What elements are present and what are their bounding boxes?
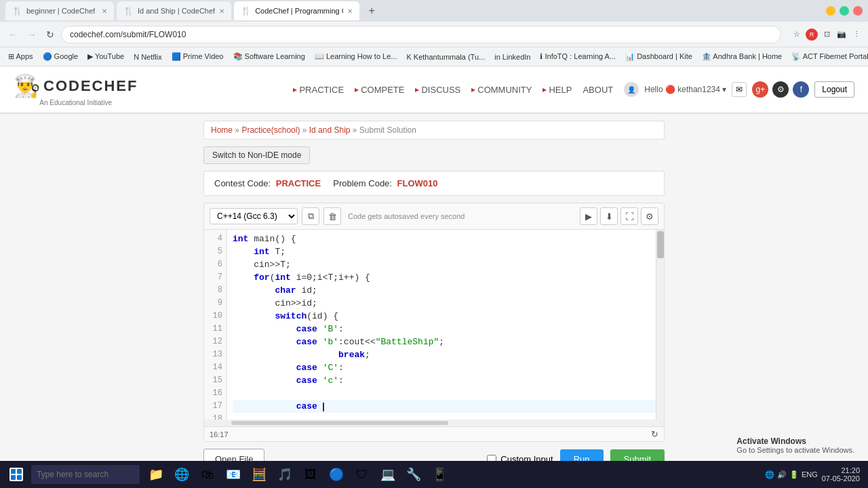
taskbar-file-explorer[interactable]: 📁 (144, 462, 168, 487)
taskbar-calc[interactable]: 🧮 (247, 462, 271, 487)
copy-icon[interactable]: ⧉ (302, 207, 319, 225)
settings-icon[interactable]: ⚙ (641, 207, 658, 225)
back-button[interactable]: ← (5, 26, 20, 43)
refresh-icon[interactable]: ↻ (651, 429, 658, 439)
language-select[interactable]: C++14 (Gcc 6.3) (210, 208, 298, 224)
taskbar-git[interactable]: 🔧 (401, 462, 426, 487)
bookmark-kethan[interactable]: K Kethantummala (Tu... (403, 52, 488, 62)
taskbar-search[interactable] (31, 465, 140, 484)
problem-code-link[interactable]: FLOW010 (397, 178, 438, 188)
bookmark-dashboard[interactable]: 📊 Dashboard | Kite (623, 51, 695, 62)
bookmark-andhra[interactable]: 🏦 Andhra Bank | Home (699, 51, 785, 62)
taskbar-mail[interactable]: 📧 (221, 462, 245, 487)
code-line-5: int T; (233, 245, 658, 258)
new-tab-button[interactable]: + (362, 1, 381, 20)
bookmark-netflix[interactable]: N Netflix (131, 52, 165, 62)
bookmarks-bar: ⊞ Apps 🔵 Google ▶ YouTube N Netflix 🟦 Pr… (0, 47, 868, 66)
tab-3[interactable]: 🍴 CodeChef | Programming Comp... ✕ (234, 1, 359, 20)
tab3-close-icon[interactable]: ✕ (347, 7, 353, 15)
bookmark-infotq[interactable]: ℹ InfoTQ : Learning A... (537, 51, 618, 62)
nav-about[interactable]: ABOUT (583, 85, 613, 95)
bookmark-linkedin[interactable]: in LinkedIn (492, 52, 533, 62)
clock[interactable]: 21:20 07-05-2020 (822, 466, 860, 483)
tab-1[interactable]: 🍴 beginner | CodeChef ✕ (5, 1, 114, 20)
compete-arrow-icon: ▶ (355, 87, 359, 93)
github-icon[interactable]: ⚙ (772, 81, 789, 98)
switch-mode-container: Switch to Non-IDE mode (203, 146, 665, 164)
tab2-close-icon[interactable]: ✕ (219, 7, 224, 15)
activate-windows-watermark: Activate Windows Go to Settings to activ… (736, 436, 854, 454)
start-button[interactable] (3, 461, 30, 488)
bookmark-learning[interactable]: 📖 Learning How to Le... (312, 51, 400, 62)
facebook-icon[interactable]: f (793, 81, 809, 98)
breadcrumb-home[interactable]: Home (211, 125, 233, 135)
address-input[interactable] (61, 26, 781, 43)
bookmark-software[interactable]: 📚 Software Learning (231, 51, 308, 62)
taskbar-store[interactable]: 🛍 (195, 462, 220, 487)
fullscreen-icon[interactable]: ⛶ (620, 207, 638, 225)
breadcrumb-practice[interactable]: Practice(school) (241, 125, 300, 135)
code-editor-container: C++14 (Gcc 6.3) ⧉ 🗑 Code gets autosaved … (203, 203, 665, 442)
extension-icon[interactable]: R (806, 28, 818, 41)
google-plus-icon[interactable]: g+ (752, 81, 768, 98)
bookmark-prime[interactable]: 🟦 Prime Video (169, 51, 226, 62)
switch-mode-button[interactable]: Switch to Non-IDE mode (203, 146, 310, 164)
taskbar-vscode[interactable]: 💻 (376, 462, 400, 487)
taskbar-android[interactable]: 📱 (427, 462, 452, 487)
close-button[interactable] (853, 6, 863, 16)
network-icon[interactable]: 🌐 (765, 470, 774, 479)
scroll-thumb[interactable] (657, 231, 664, 258)
nav-community[interactable]: ▶ COMMUNITY (471, 85, 532, 95)
system-tray-icons: 🌐 🔊 🔋 ENG (765, 470, 818, 479)
run-small-icon[interactable]: ▶ (580, 207, 597, 225)
taskbar-music[interactable]: 🎵 (273, 462, 297, 487)
volume-icon[interactable]: 🔊 (777, 470, 787, 479)
reload-button[interactable]: ↻ (43, 26, 57, 43)
taskbar-edge[interactable]: 🌐 (170, 462, 194, 487)
site-logo[interactable]: 👨‍🍳 CODECHEF An Educational Initiative (14, 73, 138, 106)
line-numbers: 4 5 6 7 8 9 10 11 12 13 14 15 16 (204, 230, 227, 420)
contest-code-link[interactable]: PRACTICE (276, 178, 321, 188)
nav-practice[interactable]: ▶ PRACTICE (293, 85, 344, 95)
nav-compete[interactable]: ▶ COMPETE (355, 85, 404, 95)
vertical-scrollbar[interactable] (656, 230, 664, 420)
tab3-label: CodeChef | Programming Comp... (255, 7, 343, 15)
title-bar: 🍴 beginner | CodeChef ✕ 🍴 Id and Ship | … (0, 0, 868, 22)
practice-arrow-icon: ▶ (293, 87, 297, 93)
code-line-7: for(int i=0;i<T;i++) { (233, 271, 658, 284)
bookmark-youtube[interactable]: ▶ YouTube (85, 51, 127, 62)
taskbar-system: 🌐 🔊 🔋 ENG 21:20 07-05-2020 (765, 466, 865, 483)
star-icon[interactable]: ☆ (791, 28, 803, 41)
notification-icon[interactable]: ✉ (732, 82, 747, 97)
tab-2[interactable]: 🍴 Id and Ship | CodeChef ✕ (117, 1, 231, 20)
nav-discuss[interactable]: ▶ DISCUSS (415, 85, 460, 95)
tab1-label: beginner | CodeChef (26, 7, 95, 15)
tab1-close-icon[interactable]: ✕ (102, 7, 107, 15)
h-scroll-thumb[interactable] (231, 421, 448, 425)
code-editor[interactable]: 4 5 6 7 8 9 10 11 12 13 14 15 16 (204, 230, 664, 420)
bookmark-google[interactable]: 🔵 Google (40, 51, 81, 62)
battery-icon[interactable]: 🔋 (789, 470, 799, 479)
breadcrumb-sep3: » (353, 125, 359, 135)
user-greeting[interactable]: Hello 🔴 kethan1234 ▾ (644, 85, 726, 94)
code-line-14: case 'C': (233, 361, 658, 374)
chrome-cast-icon[interactable]: ⊡ (821, 28, 833, 41)
forward-button[interactable]: → (24, 26, 39, 43)
delete-icon[interactable]: 🗑 (323, 207, 341, 225)
menu-icon[interactable]: ⋮ (850, 28, 863, 41)
bookmark-apps[interactable]: ⊞ Apps (5, 51, 36, 62)
download-icon[interactable]: ⬇ (600, 207, 618, 225)
taskbar-shield[interactable]: 🛡 (350, 462, 374, 487)
bookmark-act[interactable]: 📡 ACT Fibernet Portal... (789, 51, 868, 62)
breadcrumb-idship[interactable]: Id and Ship (309, 125, 351, 135)
horizontal-scroll[interactable] (204, 420, 664, 426)
nav-help[interactable]: ▶ HELP (542, 85, 572, 95)
minimize-button[interactable] (826, 6, 835, 16)
maximize-button[interactable] (840, 6, 849, 16)
tab1-favicon: 🍴 (12, 6, 22, 16)
screen-capture-icon[interactable]: 📷 (835, 28, 848, 41)
code-content[interactable]: int main() { int T; cin>>T; for(int i=0;… (227, 230, 664, 420)
logout-button[interactable]: Logout (814, 81, 854, 98)
taskbar-chrome[interactable]: 🔵 (324, 462, 349, 487)
taskbar-photos[interactable]: 🖼 (298, 462, 323, 487)
